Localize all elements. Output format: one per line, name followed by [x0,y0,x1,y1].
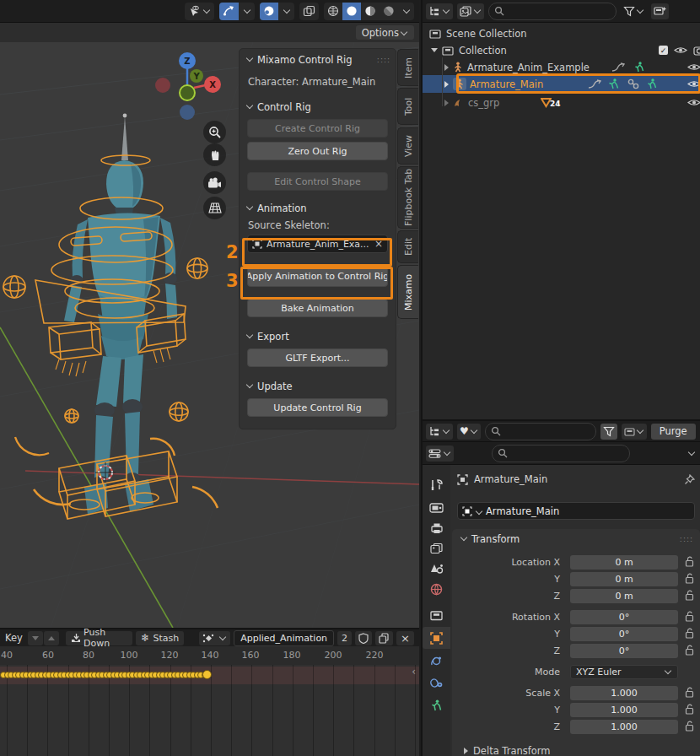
eye-icon[interactable] [687,98,700,107]
tab-object[interactable] [423,627,450,649]
tab-tool[interactable] [423,473,450,495]
pan-button[interactable] [203,143,226,166]
orphan-filter-button[interactable] [600,424,617,440]
orphan-editor-type-dropdown[interactable] [426,424,453,440]
rotation-mode-dropdown[interactable]: XYZ Euler [570,665,678,679]
disclosure-closed-icon[interactable] [444,100,449,106]
keyframe-strip[interactable] [0,665,419,686]
tab-scene[interactable] [423,558,450,580]
gizmo-y-neg-axis[interactable] [179,84,196,101]
row-armature-anim-example[interactable]: Armature_Anim_Example [423,59,700,75]
shading-solid-button[interactable] [342,3,361,20]
orphan-search-input[interactable] [485,423,596,440]
stash-button[interactable]: ❄ Stash [136,631,184,645]
edit-control-shape-button[interactable]: Edit Control Shape [247,172,388,191]
sidebar-tab-view[interactable]: View [397,127,418,165]
shading-wireframe-button[interactable] [324,3,342,20]
orphan-collection-dropdown[interactable] [622,424,647,440]
bake-animation-button[interactable]: Bake Animation [247,299,388,317]
orphan-mode-dropdown[interactable]: ♥ [457,424,481,440]
tab-collection-props[interactable] [423,604,450,626]
lock-icon[interactable] [685,611,694,622]
shading-rendered-button[interactable] [380,3,398,20]
gizmo-x-axis[interactable]: X [204,76,221,93]
properties-search-input[interactable] [492,445,630,462]
rotation-y-field[interactable]: 0° [570,627,678,641]
scale-y-field[interactable]: 1.000 [570,703,678,717]
outliner-editor-type-dropdown[interactable] [426,3,453,19]
shading-material-button[interactable] [361,3,380,20]
key-menu[interactable]: Key [5,632,23,644]
location-x-field[interactable]: 0 m [570,555,678,570]
sidebar-tab-flipbook[interactable]: Flipbook Tab [397,166,418,229]
rotation-z-field[interactable]: 0° [570,644,678,658]
pin-icon[interactable] [684,474,695,485]
gltf-export-button[interactable]: GLTF Export... [247,348,388,367]
exclude-checkbox[interactable]: ✓ [659,46,668,55]
dopesheet-keys-area[interactable]: ‹ [0,665,419,756]
options-dropdown[interactable]: Options [356,25,414,40]
row-scene-collection[interactable]: Scene Collection [423,25,700,41]
eye-icon[interactable] [674,46,687,55]
lock-icon[interactable] [685,556,694,567]
clear-source-icon[interactable]: × [374,238,383,250]
region-collapse-arrow[interactable]: ‹ [412,666,416,678]
gizmo-y-axis[interactable]: Y [190,69,203,83]
lock-icon[interactable] [685,721,694,732]
properties-options-dropdown[interactable] [684,446,698,462]
viewport-canvas[interactable]: Z Y X Mixamo Control Rig :::: Ch [0,42,419,628]
lock-icon[interactable] [685,704,694,715]
tab-view-layer[interactable] [423,537,450,559]
display-mode-dropdown[interactable] [457,3,484,19]
lock-icon[interactable] [685,590,694,601]
navigation-gizmo[interactable]: Z Y X [152,47,232,123]
purge-button[interactable]: Purge [651,424,696,440]
gizmo-x-neg-axis[interactable] [155,78,170,93]
row-cs-grp[interactable]: cs_grp 24 [423,94,700,111]
timeline-ruler[interactable]: 40 60 80 100 120 140 160 180 200 220 [0,646,419,666]
tab-render[interactable] [423,497,450,519]
zoom-button[interactable] [203,121,226,143]
tab-output[interactable] [423,517,450,539]
zero-out-rig-button[interactable]: Zero Out Rig [247,142,388,160]
proportional-editing-toggle[interactable] [260,3,278,20]
animation-section-header[interactable]: Animation [240,197,396,218]
row-collection[interactable]: Collection ✓ [423,42,700,58]
tab-constraints[interactable] [423,672,450,694]
lock-icon[interactable] [685,687,694,698]
snap-toggle[interactable] [219,3,239,20]
unlink-action-button[interactable]: × [396,631,414,645]
apply-animation-button[interactable]: Apply Animation to Control Rig [247,265,388,287]
panel-header[interactable]: Mixamo Control Rig :::: [240,49,396,69]
row-armature-main-selected[interactable]: Armature_Main [423,75,700,93]
tab-physics[interactable] [423,650,450,672]
tab-object-data[interactable] [423,694,450,716]
duplicate-action-button[interactable] [375,631,393,645]
lock-icon[interactable] [685,645,694,656]
create-control-rig-button[interactable]: Create Control Rig [247,119,388,138]
sidebar-tab-mixamo[interactable]: Mixamo [397,265,418,319]
location-y-field[interactable]: 0 m [570,572,678,586]
disclosure-open-icon[interactable] [431,48,438,52]
eye-icon[interactable] [687,62,700,72]
move-channel-down-button[interactable] [28,631,43,645]
gizmo-visibility-dropdown[interactable] [185,3,214,20]
location-z-field[interactable]: 0 m [570,589,678,603]
ortho-grid-button[interactable] [203,197,226,219]
update-section-header[interactable]: Update [240,375,396,396]
outliner-search-input[interactable] [488,3,617,20]
eye-icon[interactable] [687,79,700,89]
gizmo-z-axis[interactable]: Z [179,52,196,69]
update-control-rig-button[interactable]: Update Control Rig [247,398,388,417]
move-channel-up-button[interactable] [44,631,59,645]
camera-view-button[interactable] [203,171,226,194]
fake-user-shield-button[interactable] [355,631,372,645]
action-name-field[interactable]: Applied_Animation [234,630,334,646]
gizmo-z-neg-axis[interactable] [180,105,195,120]
export-section-header[interactable]: Export [240,326,396,346]
filter-dropdown[interactable] [621,3,647,19]
camera-render-icon[interactable] [693,46,700,56]
disclosure-closed-icon[interactable] [444,64,449,71]
properties-editor-type-dropdown[interactable] [426,446,454,462]
lock-icon[interactable] [685,573,694,584]
